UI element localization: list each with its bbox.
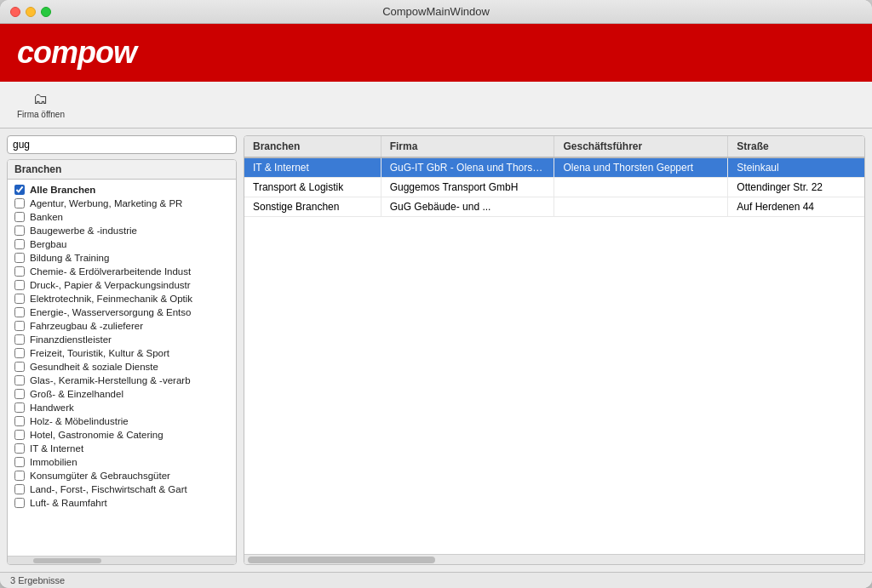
filter-checkbox-2[interactable]	[14, 225, 25, 236]
filter-checkbox-15[interactable]	[14, 402, 25, 413]
filter-checkbox-19[interactable]	[14, 457, 25, 467]
cell-strasse: Steinkaul	[728, 157, 864, 178]
filter-checkbox-6[interactable]	[14, 280, 25, 290]
cell-strasse: Auf Herdenen 44	[728, 197, 864, 217]
filter-item[interactable]: Finanzdienstleister	[8, 333, 236, 346]
cell-strasse: Ottendinger Str. 22	[728, 178, 864, 197]
filter-checkbox-1[interactable]	[14, 212, 25, 222]
filter-checkbox-3[interactable]	[14, 239, 25, 249]
minimize-button[interactable]	[26, 7, 36, 17]
filter-checkbox-18[interactable]	[14, 443, 25, 454]
horizontal-scrollbar[interactable]	[244, 554, 864, 564]
main-window: CompowMainWindow compow 🗂 Firma öffnen B…	[0, 0, 872, 588]
left-scrollbar[interactable]	[8, 556, 236, 564]
filter-checkbox-13[interactable]	[14, 375, 25, 385]
filter-item[interactable]: Handwerk	[8, 401, 236, 414]
filter-item[interactable]: Konsumgüter & Gebrauchsgüter	[8, 469, 236, 482]
table-row[interactable]: IT & InternetGuG-IT GbR - Olena und Thor…	[244, 157, 864, 178]
filter-item[interactable]: Fahrzeugbau & -zulieferer	[8, 319, 236, 333]
filter-item-label: Finanzdienstleister	[30, 334, 112, 345]
filter-item[interactable]: Chemie- & Erdölverarbeitende Indust	[8, 265, 236, 278]
filter-all-label: Alle Branchen	[30, 185, 95, 195]
filter-checkbox-10[interactable]	[14, 334, 25, 345]
filter-header: Branchen	[8, 160, 236, 180]
filter-item[interactable]: Agentur, Werbung, Marketing & PR	[8, 197, 236, 210]
close-button[interactable]	[10, 7, 20, 17]
filter-all-checkbox[interactable]	[14, 185, 25, 195]
filter-item[interactable]: IT & Internet	[8, 442, 236, 455]
statusbar: 3 Ergebnisse	[0, 572, 872, 588]
logo: compow	[17, 35, 136, 71]
filter-checkbox-9[interactable]	[14, 321, 25, 331]
col-firma: Firma	[381, 136, 554, 157]
filter-checkbox-21[interactable]	[14, 484, 25, 494]
cell-branchen: Sonstige Branchen	[244, 197, 381, 217]
table-container[interactable]: Branchen Firma Geschäftsführer Straße IT…	[244, 136, 864, 554]
filter-item[interactable]: Baugewerbe & -industrie	[8, 224, 236, 237]
table-body: IT & InternetGuG-IT GbR - Olena und Thor…	[244, 157, 864, 217]
filter-item[interactable]: Gesundheit & soziale Dienste	[8, 360, 236, 374]
cell-branchen: IT & Internet	[244, 157, 381, 178]
filter-checkbox-0[interactable]	[14, 198, 25, 208]
filter-checkbox-11[interactable]	[14, 348, 25, 358]
filter-item-label: Hotel, Gastronomie & Catering	[30, 430, 164, 440]
filter-item[interactable]: Freizeit, Touristik, Kultur & Sport	[8, 346, 236, 360]
cell-geschaeftsfuehrer	[554, 178, 728, 197]
filter-item[interactable]: Energie-, Wasserversorgung & Entso	[8, 305, 236, 319]
filter-item[interactable]: Bildung & Training	[8, 251, 236, 265]
main-content: Branchen Alle Branchen Agentur, Werbung,…	[0, 128, 872, 572]
filter-item[interactable]: Hotel, Gastronomie & Catering	[8, 428, 236, 442]
logo-bar: compow	[0, 24, 872, 82]
table-row[interactable]: Transport & LogistikGuggemos Transport G…	[244, 178, 864, 197]
filter-item-label: Agentur, Werbung, Marketing & PR	[30, 198, 182, 208]
filter-item[interactable]: Druck-, Papier & Verpackungsindustr	[8, 278, 236, 292]
filter-item[interactable]: Groß- & Einzelhandel	[8, 387, 236, 401]
h-scrollbar-thumb	[248, 557, 435, 563]
filter-item-label: Bergbau	[30, 239, 66, 249]
filter-checkbox-5[interactable]	[14, 266, 25, 277]
cell-geschaeftsfuehrer: Olena und Thorsten Geppert	[554, 157, 728, 178]
table-row[interactable]: Sonstige BranchenGuG Gebäude- und ...Auf…	[244, 197, 864, 217]
filter-item-label: Elektrotechnik, Feinmechanik & Optik	[30, 294, 192, 304]
filter-item[interactable]: Bergbau	[8, 237, 236, 251]
filter-item[interactable]: Land-, Forst-, Fischwirtschaft & Gart	[8, 482, 236, 496]
filter-checkbox-12[interactable]	[14, 362, 25, 372]
filter-checkbox-14[interactable]	[14, 389, 25, 399]
filter-item[interactable]: Luft- & Raumfahrt	[8, 496, 236, 510]
filter-item-label: Bildung & Training	[30, 253, 109, 263]
filter-checkbox-20[interactable]	[14, 471, 25, 481]
filter-checkbox-17[interactable]	[14, 430, 25, 440]
filter-checkbox-8[interactable]	[14, 307, 25, 317]
filter-item-label: Luft- & Raumfahrt	[30, 498, 107, 508]
filter-section: Branchen Alle Branchen Agentur, Werbung,…	[7, 159, 237, 565]
firma-oeffnen-label: Firma öffnen	[17, 110, 65, 119]
search-input[interactable]	[7, 135, 237, 154]
filter-item[interactable]: Immobilien	[8, 455, 236, 469]
filter-item-label: Freizeit, Touristik, Kultur & Sport	[30, 348, 169, 358]
filter-item-label: Immobilien	[30, 457, 77, 467]
filter-item[interactable]: Holz- & Möbelindustrie	[8, 414, 236, 428]
filter-checkbox-4[interactable]	[14, 253, 25, 263]
filter-checkbox-16[interactable]	[14, 416, 25, 426]
filter-item-label: Holz- & Möbelindustrie	[30, 416, 129, 426]
folder-icon: 🗂	[33, 90, 49, 108]
col-branchen: Branchen	[244, 136, 381, 157]
filter-item-label: Banken	[30, 212, 63, 222]
filter-item[interactable]: Elektrotechnik, Feinmechanik & Optik	[8, 292, 236, 305]
toolbar: 🗂 Firma öffnen	[0, 82, 872, 128]
left-panel: Branchen Alle Branchen Agentur, Werbung,…	[7, 135, 237, 565]
filter-item[interactable]: Banken	[8, 210, 236, 224]
filter-item[interactable]: Glas-, Keramik-Herstellung & -verarb	[8, 374, 236, 387]
table-header-row: Branchen Firma Geschäftsführer Straße	[244, 136, 864, 157]
filter-item-label: IT & Internet	[30, 443, 83, 454]
filter-checkbox-22[interactable]	[14, 498, 25, 508]
filter-items: Agentur, Werbung, Marketing & PRBankenBa…	[8, 197, 236, 510]
filter-checkbox-7[interactable]	[14, 294, 25, 304]
filter-item-label: Gesundheit & soziale Dienste	[30, 362, 158, 372]
window-title: CompowMainWindow	[382, 5, 490, 18]
filter-item-label: Baugewerbe & -industrie	[30, 225, 137, 236]
filter-all-branchen[interactable]: Alle Branchen	[8, 183, 236, 197]
firma-oeffnen-button[interactable]: 🗂 Firma öffnen	[10, 87, 72, 123]
maximize-button[interactable]	[41, 7, 51, 17]
filter-item-label: Handwerk	[30, 402, 74, 413]
